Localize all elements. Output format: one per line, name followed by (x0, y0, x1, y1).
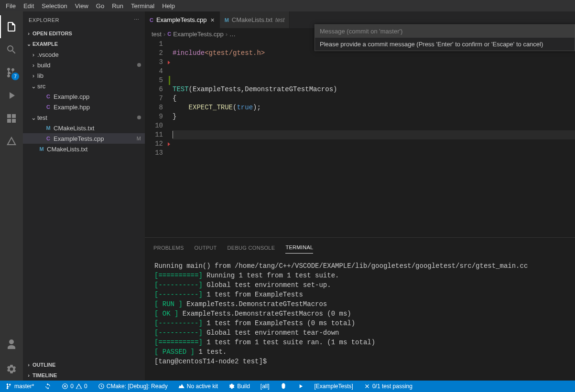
folder-test[interactable]: ⌄test (23, 112, 145, 123)
menu-file[interactable]: File (2, 0, 20, 11)
commit-message-input[interactable] (315, 25, 575, 38)
commit-input-box: Please provide a commit message (Press '… (315, 24, 575, 51)
build-status[interactable]: Build (227, 381, 252, 392)
close-icon[interactable]: × (210, 16, 214, 24)
code-editor[interactable]: 12345678910111213 #include<gtest/gtest.h… (145, 40, 575, 237)
run-debug-icon[interactable] (0, 84, 23, 107)
launch-play-icon[interactable] (295, 381, 306, 392)
tab-CMakeLists-txt[interactable]: MCMakeLists.txttest (220, 11, 290, 28)
menu-go[interactable]: Go (92, 0, 108, 11)
project-header[interactable]: ⌄EXAMPLE (23, 39, 145, 49)
sidebar: EXPLORER ⋯ ›OPEN EDITORS ⌄EXAMPLE ›.vsco… (23, 11, 145, 381)
file-ExampleTests-cpp[interactable]: CExampleTests.cppM (23, 133, 145, 144)
cpp-icon: C (167, 31, 171, 37)
menu-edit[interactable]: Edit (20, 0, 38, 11)
terminal[interactable]: Running main() from /home/tang/C++/VSCOD… (145, 254, 575, 381)
menu-view[interactable]: View (71, 0, 92, 11)
panel-tab-problems[interactable]: PROBLEMS (153, 245, 184, 254)
file-Example-hpp[interactable]: CExample.hpp (23, 102, 145, 112)
explorer-icon[interactable] (0, 15, 23, 38)
folder-lib[interactable]: ›lib (23, 70, 145, 81)
panel-tab-output[interactable]: OUTPUT (195, 245, 217, 254)
panel-tabs: PROBLEMSOUTPUTDEBUG CONSOLETERMINAL (145, 238, 575, 254)
launch-target[interactable]: [ExampleTests] (313, 381, 355, 392)
file-tree: ›.vscode›build›lib⌄srcCExample.cppCExamp… (23, 49, 145, 360)
bottom-panel: PROBLEMSOUTPUTDEBUG CONSOLETERMINAL Runn… (145, 237, 575, 381)
folder-src[interactable]: ⌄src (23, 81, 145, 91)
branch-status[interactable]: master* (4, 381, 36, 392)
cmake-status[interactable]: CMake: [Debug]: Ready (96, 381, 170, 392)
sync-status[interactable] (43, 381, 53, 392)
more-icon[interactable]: ⋯ (134, 17, 140, 23)
account-icon[interactable] (0, 333, 23, 356)
open-editors-header[interactable]: ›OPEN EDITORS (23, 28, 145, 39)
cmake-icon: M (44, 125, 53, 131)
activity-bar: 7 (0, 11, 23, 381)
sidebar-title: EXPLORER ⋯ (23, 11, 145, 28)
cpp-icon: C (44, 136, 53, 141)
glyph-margin (169, 40, 173, 237)
settings-icon[interactable] (0, 358, 23, 381)
panel-tab-terminal[interactable]: TERMINAL (285, 244, 313, 254)
build-target[interactable]: [all] (259, 381, 271, 392)
panel-tab-debug-console[interactable]: DEBUG CONSOLE (228, 245, 275, 254)
line-gutter: 12345678910111213 (145, 40, 169, 237)
menubar: FileEditSelectionViewGoRunTerminalHelp (0, 0, 575, 11)
menu-help[interactable]: Help (158, 0, 179, 11)
problems-status[interactable]: 0 0 (60, 381, 89, 392)
file-Example-cpp[interactable]: CExample.cpp (23, 91, 145, 102)
cpp-icon: C (44, 104, 53, 110)
cpp-icon: C (44, 94, 53, 99)
test-status[interactable]: 0/1 test passing (362, 381, 414, 392)
debug-launch-icon[interactable] (278, 381, 289, 392)
folder--vscode[interactable]: ›.vscode (23, 49, 145, 60)
search-icon[interactable] (0, 38, 23, 61)
menu-run[interactable]: Run (108, 0, 127, 11)
outline-header[interactable]: ›OUTLINE (23, 360, 145, 370)
commit-validation-message: Please provide a commit message (Press '… (315, 38, 575, 51)
editor-area: Please provide a commit message (Press '… (145, 11, 575, 381)
extensions-icon[interactable] (0, 107, 23, 130)
kit-status[interactable]: No active kit (176, 381, 220, 392)
scm-badge: 7 (11, 73, 19, 80)
file-CMakeLists-txt[interactable]: MCMakeLists.txt (23, 144, 145, 154)
cmake-icon[interactable] (0, 130, 23, 153)
menu-terminal[interactable]: Terminal (127, 0, 158, 11)
menu-selection[interactable]: Selection (38, 0, 71, 11)
source-control-icon[interactable]: 7 (0, 61, 23, 84)
cmake-icon: M (37, 146, 46, 152)
tab-ExampleTests-cpp[interactable]: CExampleTests.cpp× (145, 11, 220, 28)
file-CMakeLists-txt[interactable]: MCMakeLists.txt (23, 123, 145, 133)
status-bar: master* 0 0 CMake: [Debug]: Ready No act… (0, 381, 575, 392)
folder-build[interactable]: ›build (23, 60, 145, 70)
timeline-header[interactable]: ›TIMELINE (23, 370, 145, 381)
